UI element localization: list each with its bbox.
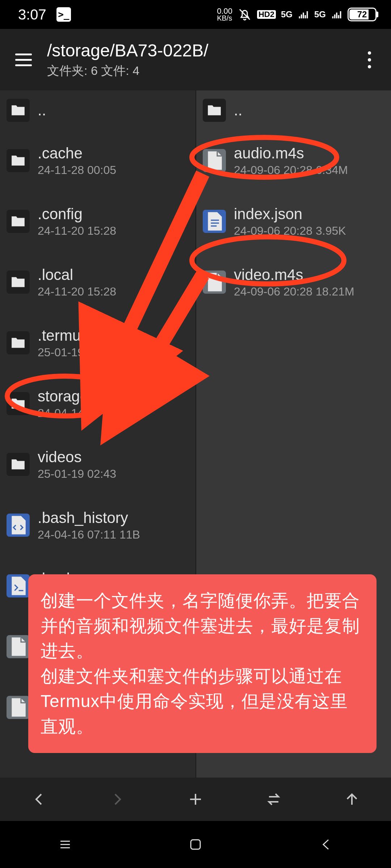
back-nav-button[interactable] — [311, 830, 340, 859]
left-list-item[interactable]: .cache24-11-28 00:05 — [0, 130, 196, 191]
right-list-item[interactable]: audio.m4s24-09-06 20:28 6.34M — [196, 130, 391, 191]
item-meta: 24-11-20 15:28 — [38, 285, 116, 298]
bottom-toolbar — [0, 778, 391, 821]
right-list-item[interactable]: index.json24-09-06 20:28 3.95K — [196, 191, 391, 252]
up-button[interactable] — [337, 785, 366, 814]
item-meta: 25-01-19 03:05 — [38, 346, 116, 359]
folder-icon — [7, 99, 30, 122]
item-name: .bashrc — [38, 570, 134, 587]
signal-2-icon — [331, 9, 342, 20]
item-meta: 24-09-06 20:28 18.21M — [234, 285, 354, 298]
file-icon — [203, 210, 226, 233]
file-icon — [7, 696, 30, 719]
item-name: videos — [38, 448, 116, 466]
item-meta: 70-01-01 08:00 0B — [38, 710, 134, 724]
item-name: .cache — [38, 145, 116, 162]
item-name: .config — [38, 205, 116, 223]
path-title[interactable]: /storage/BA73-022B/ — [47, 41, 358, 60]
status-bar: 3:07 >_ 0.00 KB/s HD2 5G 5G 72 — [0, 0, 391, 29]
item-name: audio.m4s — [234, 145, 348, 162]
folder-icon — [7, 210, 30, 233]
add-button[interactable] — [181, 785, 210, 814]
signal-2-label: 5G — [314, 9, 326, 20]
network-speed: 0.00 KB/s — [217, 8, 232, 21]
left-list-item[interactable]: .local24-11-20 15:28 — [0, 252, 196, 312]
left-pane[interactable]: .. .cache24-11-28 00:05.config24-11-20 1… — [0, 90, 196, 778]
item-name: index.json — [234, 205, 346, 223]
item-meta: 24-04-14 12:53 6B — [38, 589, 134, 602]
termux-notification-icon: >_ — [56, 7, 71, 22]
folder-icon — [7, 149, 30, 172]
item-name: .wget-hsts — [38, 631, 147, 648]
item-name: storage — [38, 388, 88, 405]
battery-indicator: 72 — [348, 8, 377, 21]
item-meta: 24-04-15 14:42 250B — [38, 650, 147, 663]
item-meta: 25-01-19 02:43 — [38, 467, 116, 481]
parent-dir-row[interactable]: .. — [196, 90, 391, 130]
left-list-item[interactable]: .termux25-01-19 03:05 — [0, 312, 196, 373]
file-icon — [7, 635, 30, 658]
item-meta: 24-04-16 07:11 11B — [38, 528, 140, 541]
item-meta: 24-04-14 — [38, 407, 88, 420]
parent-dir-label: .. — [234, 102, 242, 119]
folder-icon — [7, 392, 30, 415]
left-list-item[interactable]: .bash_history24-04-16 07:11 11B — [0, 495, 196, 556]
item-name: .local — [38, 266, 116, 284]
left-list-item[interactable]: storage24-04-14 — [0, 373, 196, 434]
overflow-menu-button[interactable] — [358, 51, 380, 68]
right-pane[interactable]: .. audio.m4s24-09-06 20:28 6.34Mindex.js… — [196, 90, 391, 778]
menu-button[interactable] — [11, 49, 36, 71]
home-button[interactable] — [181, 830, 210, 859]
folder-icon — [7, 271, 30, 294]
item-meta: 24-11-20 15:28 — [38, 224, 116, 238]
mute-icon — [237, 7, 252, 22]
folder-icon — [7, 453, 30, 476]
svg-rect-0 — [191, 840, 200, 849]
system-navbar — [0, 821, 391, 868]
left-list-item[interactable]: .config24-11-20 15:28 — [0, 191, 196, 252]
file-icon — [203, 149, 226, 172]
hd-badge: HD2 — [257, 10, 276, 19]
item-meta: 24-09-06 20:28 3.95K — [234, 224, 346, 238]
item-name: video.m4s — [234, 266, 354, 284]
folder-icon — [7, 331, 30, 354]
item-name: .termux — [38, 327, 116, 344]
left-list-item[interactable]: f:70-01-01 08:00 0B — [0, 677, 196, 738]
parent-dir-label: .. — [38, 102, 46, 119]
signal-1-label: 5G — [281, 9, 293, 20]
item-name: .bash_history — [38, 509, 140, 527]
recent-apps-button[interactable] — [51, 830, 80, 859]
folder-icon — [203, 99, 226, 122]
parent-dir-row[interactable]: .. — [0, 90, 196, 130]
forward-button[interactable] — [103, 785, 132, 814]
back-button[interactable] — [25, 785, 54, 814]
file-icon — [7, 574, 30, 597]
clock: 3:07 — [18, 7, 46, 23]
file-icon — [7, 514, 30, 537]
item-name: f: — [38, 692, 134, 709]
item-meta: 24-11-28 00:05 — [38, 163, 116, 177]
item-meta: 24-09-06 20:28 6.34M — [234, 163, 348, 177]
file-icon — [203, 271, 226, 294]
signal-1-icon — [298, 9, 309, 20]
left-list-item[interactable]: .wget-hsts24-04-15 14:42 250B — [0, 616, 196, 677]
file-counts: 文件夹: 6 文件: 4 — [47, 63, 358, 79]
left-list-item[interactable]: videos25-01-19 02:43 — [0, 434, 196, 495]
app-header: /storage/BA73-022B/ 文件夹: 6 文件: 4 — [0, 29, 391, 90]
left-list-item[interactable]: .bashrc24-04-14 12:53 6B — [0, 556, 196, 616]
right-list-item[interactable]: video.m4s24-09-06 20:28 18.21M — [196, 252, 391, 312]
transfer-button[interactable] — [259, 785, 288, 814]
